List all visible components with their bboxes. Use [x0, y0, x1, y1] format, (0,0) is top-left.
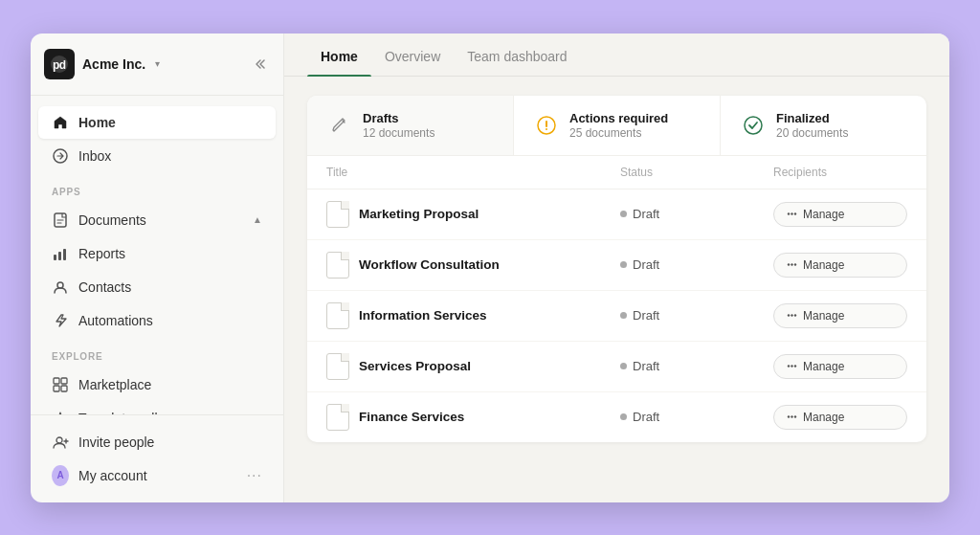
- stat-item-drafts[interactable]: Drafts 12 documents: [307, 96, 514, 155]
- svg-text:pd: pd: [53, 58, 66, 72]
- sidebar-item-home-label: Home: [78, 115, 116, 130]
- sidebar-item-reports-label: Reports: [78, 246, 125, 261]
- sidebar-item-automations-label: Automations: [78, 313, 153, 328]
- sidebar-item-automations[interactable]: Automations: [38, 304, 276, 337]
- svg-point-28: [788, 415, 790, 417]
- doc-file-icon: [326, 252, 349, 279]
- sidebar-item-marketplace[interactable]: Marketplace: [38, 368, 276, 401]
- reports-icon: [52, 245, 69, 262]
- table-row: Marketing Proposal Draft Manage: [307, 189, 926, 240]
- status-text: Draft: [633, 207, 659, 221]
- actions-required-label: Actions required: [569, 111, 668, 125]
- drafts-count: 12 documents: [363, 126, 434, 140]
- sidebar-item-invite-people[interactable]: Invite people: [38, 426, 276, 458]
- tabs-header: Home Overview Team dashboard: [284, 33, 949, 77]
- sidebar-item-my-account[interactable]: A My account ···: [38, 459, 276, 492]
- finalized-label: Finalized: [776, 111, 848, 125]
- doc-file-icon: [326, 353, 349, 380]
- app-wrapper: pd Acme Inc. ▾ Ho: [31, 33, 949, 502]
- main-content: Drafts 12 documents: [284, 77, 949, 502]
- sidebar-footer: Invite people A My account ···: [31, 414, 283, 502]
- sidebar: pd Acme Inc. ▾ Ho: [31, 33, 284, 502]
- tab-team-dashboard[interactable]: Team dashboard: [454, 33, 580, 76]
- status-cell: Draft: [620, 410, 773, 424]
- svg-point-30: [794, 415, 796, 417]
- svg-point-29: [791, 415, 792, 417]
- sidebar-item-documents[interactable]: Documents ▲: [38, 204, 276, 236]
- col-header-status: Status: [620, 166, 773, 179]
- status-text: Draft: [633, 359, 659, 373]
- status-cell: Draft: [620, 257, 773, 272]
- sidebar-item-account-label: My account: [78, 468, 147, 483]
- sidebar-collapse-button[interactable]: [247, 53, 270, 76]
- doc-file-icon: [326, 302, 349, 329]
- sidebar-item-template-gallery[interactable]: Template gallery: [38, 402, 276, 414]
- sidebar-item-inbox-label: Inbox: [78, 148, 111, 164]
- account-more-icon[interactable]: ···: [247, 467, 262, 484]
- table-row: Finance Services Draft Manage: [307, 392, 926, 442]
- invite-people-icon: [52, 434, 69, 451]
- dashboard-card: Drafts 12 documents: [307, 96, 926, 442]
- svg-rect-10: [54, 386, 59, 391]
- table-row: Workflow Consultation Draft Manage: [307, 240, 926, 291]
- manage-button-row5[interactable]: Manage: [773, 405, 907, 430]
- finalized-icon: [740, 112, 767, 139]
- contacts-icon: [52, 279, 69, 296]
- sidebar-item-home[interactable]: Home: [38, 106, 276, 139]
- svg-point-7: [57, 282, 63, 288]
- brand-logo: pd: [44, 49, 75, 79]
- svg-rect-4: [54, 255, 56, 260]
- svg-rect-5: [58, 252, 61, 260]
- doc-title-services-proposal: Services Proposal: [359, 359, 471, 373]
- actions-required-count: 25 documents: [569, 126, 668, 140]
- col-header-recipients: Recipients: [773, 166, 907, 179]
- svg-point-17: [791, 212, 792, 214]
- svg-point-26: [791, 365, 792, 367]
- sidebar-item-inbox[interactable]: Inbox: [38, 140, 276, 172]
- sidebar-item-reports[interactable]: Reports: [38, 237, 276, 270]
- tab-home[interactable]: Home: [307, 33, 371, 76]
- doc-title-finance-services: Finance Services: [359, 410, 464, 424]
- stat-item-finalized[interactable]: Finalized 20 documents: [721, 96, 926, 155]
- status-text: Draft: [633, 257, 659, 272]
- home-icon: [52, 114, 69, 131]
- svg-point-25: [788, 365, 790, 367]
- status-dot: [620, 261, 627, 268]
- tab-overview[interactable]: Overview: [371, 33, 454, 76]
- status-text: Draft: [633, 308, 659, 323]
- sidebar-item-documents-label: Documents: [78, 212, 146, 228]
- account-avatar-icon: A: [52, 467, 69, 484]
- manage-button-row4[interactable]: Manage: [773, 354, 907, 379]
- sidebar-item-template-gallery-label: Template gallery: [78, 411, 176, 414]
- automations-icon: [52, 312, 69, 329]
- svg-point-23: [791, 314, 792, 316]
- drafts-icon: [326, 112, 353, 139]
- status-dot: [620, 312, 627, 319]
- sidebar-brand[interactable]: pd Acme Inc. ▾: [44, 49, 160, 79]
- svg-rect-8: [54, 378, 59, 384]
- sidebar-item-contacts[interactable]: Contacts: [38, 271, 276, 303]
- doc-file-icon: [326, 404, 349, 431]
- marketplace-icon: [52, 376, 69, 393]
- inbox-icon: [52, 147, 69, 165]
- brand-chevron-icon: ▾: [155, 58, 160, 69]
- stat-item-actions-required[interactable]: Actions required 25 documents: [514, 96, 721, 155]
- svg-rect-6: [63, 249, 66, 260]
- manage-button-row3[interactable]: Manage: [773, 303, 907, 328]
- sidebar-nav: Home Inbox APPS: [31, 96, 283, 414]
- status-dot: [620, 413, 627, 420]
- manage-button-row1[interactable]: Manage: [773, 202, 907, 227]
- status-cell: Draft: [620, 308, 773, 323]
- svg-point-18: [794, 212, 796, 214]
- status-text: Draft: [633, 410, 659, 424]
- manage-button-row2[interactable]: Manage: [773, 253, 907, 278]
- sidebar-header: pd Acme Inc. ▾: [31, 33, 283, 96]
- table-row: Information Services Draft Manage: [307, 291, 926, 342]
- doc-title-marketing-proposal: Marketing Proposal: [359, 207, 479, 221]
- svg-point-15: [745, 117, 762, 134]
- apps-section-label: APPS: [31, 173, 283, 203]
- status-cell: Draft: [620, 359, 773, 373]
- actions-required-icon: [533, 112, 560, 139]
- svg-point-21: [794, 263, 796, 265]
- svg-point-20: [791, 263, 792, 265]
